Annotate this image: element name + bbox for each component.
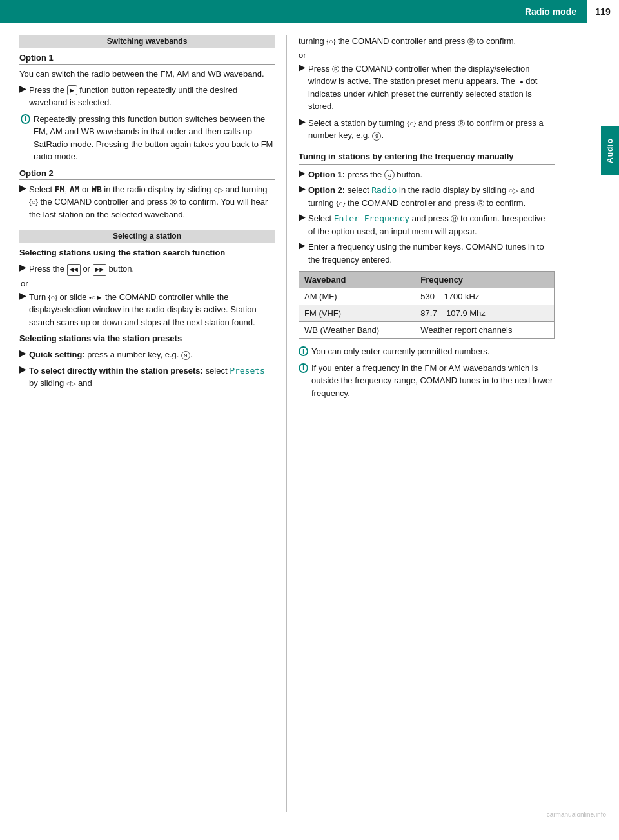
option1-bullet1: ▶ Press the ▶ function button repeatedly…: [19, 84, 275, 109]
sub2-bullet1: ▶ Quick setting: press a number key, e.g…: [19, 348, 275, 361]
sub1-bullet1: ▶ Press the ◀◀ or ▶▶ button.: [19, 263, 275, 276]
tuning-bullet-enter-freq: ▶ Select Enter Frequency and press Ⓡ to …: [299, 212, 555, 237]
right-column: turning {○} the COMAND controller and pr…: [287, 35, 555, 812]
info-note-1-text: You can only enter currently permitted n…: [311, 345, 489, 358]
frequency-table: Waveband Frequency AM (MF) 530 – 1700 kH…: [299, 271, 555, 339]
option1-heading: Option 1: [19, 53, 275, 63]
header-title: Radio mode: [0, 6, 587, 17]
option1-info1: i Repeatedly pressing this function butt…: [21, 113, 275, 163]
table-col-waveband: Waveband: [299, 272, 415, 288]
switching-wavebands-box: Switching wavebands: [19, 35, 275, 48]
table-row-waveband: FM (VHF): [299, 305, 415, 322]
info-note-1: i You can only enter currently permitted…: [299, 345, 555, 358]
info-icon-1: i: [299, 346, 308, 356]
bullet-arrow-4: ▶: [19, 291, 26, 301]
table-row-waveband: WB (Weather Band): [299, 322, 415, 339]
selecting-station-box: Selecting a station: [19, 230, 275, 243]
sub2-heading: Selecting stations via the station prese…: [19, 334, 275, 343]
bullet-arrow-r2: ▶: [299, 117, 305, 126]
page-number-box: 119: [587, 0, 619, 23]
option1-para: You can switch the radio between the FM,…: [19, 68, 275, 81]
tuning-option1: ▶ Option 1: press the ♫ button.: [299, 168, 555, 181]
bullet-arrow-3: ▶: [19, 263, 26, 272]
sub1-bullet2: ▶ Turn {○} or slide •○► the COMAND contr…: [19, 291, 275, 329]
sub1-heading: Selecting stations using the station sea…: [19, 248, 275, 257]
bullet-arrow-t3: ▶: [299, 212, 305, 222]
sub2-bullet2: ▶ To select directly within the station …: [19, 365, 275, 390]
table-row-frequency: Weather report channels: [415, 322, 555, 339]
continued-text: turning {○} the COMAND controller and pr…: [299, 35, 555, 48]
table-row-frequency: 87.7 – 107.9 Mhz: [415, 305, 555, 322]
option2-bullet1: ▶ Select FM, AM or WB in the radio displ…: [19, 183, 275, 221]
sub1-or: or: [21, 279, 275, 288]
bullet-arrow-6: ▶: [19, 365, 26, 374]
info-icon: i: [21, 114, 30, 124]
info-note-2: i If you enter a frequency in the FM or …: [299, 362, 555, 400]
tuning-heading: Tuning in stations by entering the frequ…: [299, 151, 555, 163]
bullet-arrow-r1: ▶: [299, 63, 305, 72]
bullet-arrow-2: ▶: [19, 183, 26, 193]
table-col-frequency: Frequency: [415, 272, 555, 288]
left-column: Switching wavebands Option 1 You can swi…: [19, 35, 287, 812]
right-bullet-2: ▶ Select a station by turning {○} and pr…: [299, 117, 555, 142]
info-note-2-text: If you enter a frequency in the FM or AM…: [311, 362, 555, 400]
option2-heading: Option 2: [19, 168, 275, 178]
option1-bullet1-text: Press the ▶ function button repeatedly u…: [29, 84, 275, 109]
right-or-1: or: [299, 50, 555, 60]
tuning-option2: ▶ Option 2: select Radio in the radio di…: [299, 184, 555, 209]
watermark: carmanualonline.info: [547, 811, 606, 818]
tuning-bullet-enter-number: ▶ Enter a frequency using the number key…: [299, 241, 555, 266]
bullet-arrow-t1: ▶: [299, 168, 305, 178]
info-icon-2: i: [299, 363, 308, 373]
right-bullet-1: ▶ Press Ⓡ the COMAND controller when the…: [299, 63, 555, 113]
bullet-arrow-t4: ▶: [299, 241, 305, 250]
side-tab: Audio: [601, 126, 619, 175]
table-row-frequency: 530 – 1700 kHz: [415, 288, 555, 305]
bullet-arrow: ▶: [19, 84, 26, 94]
header-bar: Radio mode 119: [0, 0, 619, 23]
bullet-arrow-t2: ▶: [299, 184, 305, 194]
bullet-arrow-5: ▶: [19, 348, 26, 358]
table-row-waveband: AM (MF): [299, 288, 415, 305]
option1-info1-text: Repeatedly pressing this function button…: [34, 113, 275, 163]
